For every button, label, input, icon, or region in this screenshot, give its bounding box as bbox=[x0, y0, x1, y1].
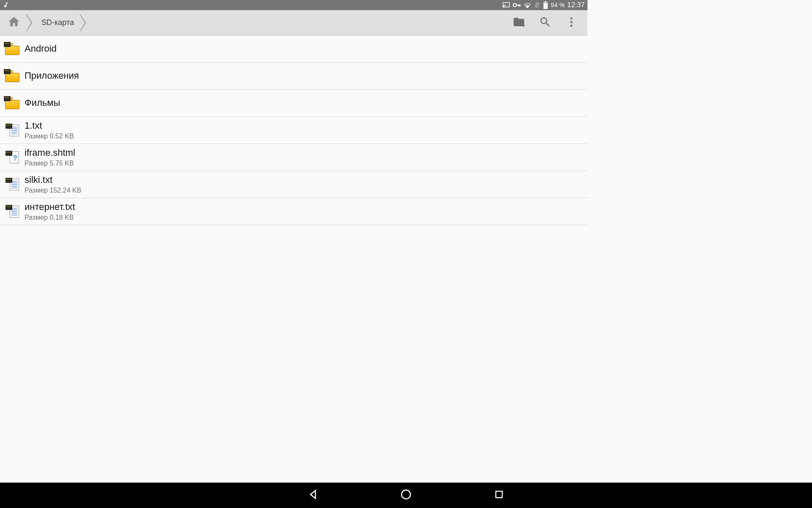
sd-file-text-icon bbox=[4, 124, 20, 137]
new-folder-icon: + bbox=[513, 16, 525, 30]
music-icon bbox=[3, 2, 9, 8]
svg-point-1 bbox=[513, 3, 517, 7]
list-item-size: Размер 0.18 KB bbox=[25, 214, 75, 221]
breadcrumb-current-label: SD-карта bbox=[41, 18, 74, 27]
breadcrumb-current[interactable]: SD-карта bbox=[32, 14, 80, 32]
list-item[interactable]: 1.txtРазмер 0.52 KB bbox=[0, 117, 587, 144]
list-item[interactable]: Android bbox=[0, 36, 587, 63]
list-item-name: 1.txt bbox=[25, 120, 74, 131]
chevron-right-icon bbox=[80, 14, 86, 32]
home-icon bbox=[8, 15, 20, 30]
list-item[interactable]: silki.txtРазмер 152.24 KB bbox=[0, 171, 587, 198]
list-item-name: Приложения bbox=[25, 70, 79, 81]
list-item-name: интернет.txt bbox=[25, 202, 75, 213]
svg-rect-3 bbox=[518, 5, 519, 7]
svg-rect-2 bbox=[516, 5, 521, 6]
new-folder-button[interactable]: + bbox=[510, 14, 527, 31]
svg-point-12 bbox=[571, 25, 573, 27]
vpn-key-icon bbox=[513, 2, 521, 8]
list-item-name: Фильмы bbox=[25, 97, 60, 108]
sd-file-text-icon bbox=[4, 205, 20, 218]
wifi-icon bbox=[524, 1, 531, 9]
svg-rect-6 bbox=[543, 2, 548, 9]
battery-icon bbox=[543, 1, 548, 9]
chevron-right-icon bbox=[26, 14, 32, 32]
no-sim-icon bbox=[534, 2, 540, 8]
battery-text: 94 % bbox=[551, 2, 565, 8]
breadcrumb-home[interactable] bbox=[3, 14, 26, 32]
status-clock: 12:37 bbox=[567, 1, 585, 9]
list-item-texts: iframe.shtmlРазмер 5.75 KB bbox=[25, 147, 75, 167]
list-item-texts: 1.txtРазмер 0.52 KB bbox=[25, 120, 74, 140]
list-item-name: iframe.shtml bbox=[25, 147, 75, 158]
sd-folder-icon bbox=[4, 97, 20, 109]
svg-text:+: + bbox=[521, 21, 525, 28]
list-item-size: Размер 0.52 KB bbox=[25, 133, 74, 140]
search-button[interactable] bbox=[537, 14, 554, 31]
breadcrumb: SD-карта bbox=[0, 10, 86, 35]
search-icon bbox=[539, 16, 551, 30]
cast-icon bbox=[502, 1, 510, 9]
list-item-texts: интернет.txtРазмер 0.18 KB bbox=[25, 202, 75, 221]
svg-rect-7 bbox=[545, 1, 546, 3]
svg-point-11 bbox=[571, 21, 573, 23]
action-bar: SD-карта + bbox=[0, 10, 587, 36]
list-item-size: Размер 152.24 KB bbox=[25, 187, 81, 194]
overflow-menu-button[interactable] bbox=[563, 14, 580, 31]
list-item[interactable]: интернет.txtРазмер 0.18 KB bbox=[0, 198, 587, 225]
list-item[interactable]: iframe.shtmlРазмер 5.75 KB bbox=[0, 144, 587, 171]
list-item[interactable]: Приложения bbox=[0, 63, 587, 90]
list-item-texts: Приложения bbox=[25, 70, 79, 81]
list-item-texts: Фильмы bbox=[25, 97, 60, 108]
list-item-name: silki.txt bbox=[25, 174, 81, 185]
sd-folder-icon bbox=[4, 43, 20, 55]
sd-file-unknown-icon bbox=[4, 151, 20, 164]
svg-rect-4 bbox=[520, 5, 521, 6]
more-vert-icon bbox=[565, 16, 578, 30]
file-list: AndroidПриложенияФильмы1.txtРазмер 0.52 … bbox=[0, 36, 587, 225]
list-item-texts: silki.txtРазмер 152.24 KB bbox=[25, 174, 81, 194]
list-item-texts: Android bbox=[25, 43, 57, 54]
sd-folder-icon bbox=[4, 70, 20, 82]
svg-rect-8 bbox=[544, 3, 547, 3]
svg-point-10 bbox=[571, 17, 573, 19]
list-item[interactable]: Фильмы bbox=[0, 90, 587, 117]
list-item-name: Android bbox=[25, 43, 57, 54]
list-item-size: Размер 5.75 KB bbox=[25, 160, 75, 167]
sd-file-text-icon bbox=[4, 178, 20, 191]
status-bar: 94 % 12:37 bbox=[0, 0, 587, 10]
